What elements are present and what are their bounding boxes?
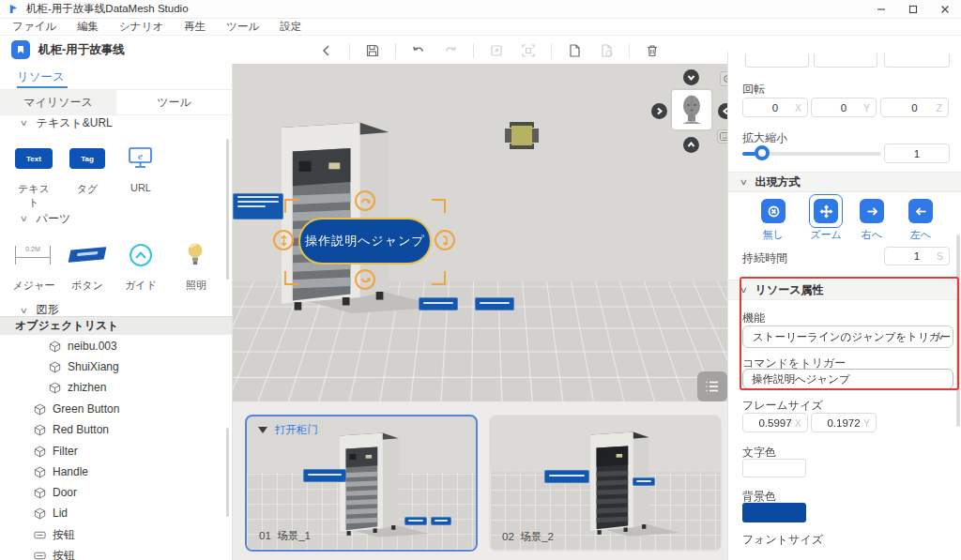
sidebar-scrollbar[interactable] bbox=[226, 139, 229, 280]
scale-value-field[interactable]: 1 bbox=[884, 144, 950, 163]
copy-button[interactable] bbox=[565, 41, 584, 60]
frame-size-y-field[interactable]: 0.1972Y bbox=[811, 413, 877, 432]
text-tool[interactable]: Text bbox=[15, 148, 53, 169]
scale-slider-thumb[interactable] bbox=[755, 145, 770, 160]
rotation-y-field[interactable]: 0Y bbox=[811, 98, 877, 117]
selection-bracket[interactable] bbox=[432, 199, 446, 213]
section-resource-attributes[interactable]: ∨ リソース属性 bbox=[728, 280, 961, 300]
menu-tools[interactable]: ツール bbox=[226, 20, 259, 34]
scene-thumbnail-1[interactable]: 打开柜门 01 场景_1 bbox=[245, 415, 478, 552]
duration-field[interactable]: 1 S bbox=[884, 247, 950, 265]
section-text-url[interactable]: ∨ テキスト&URL bbox=[0, 114, 232, 131]
frame-size-x-field[interactable]: 0.5997X bbox=[742, 413, 808, 432]
guide-tool[interactable] bbox=[130, 244, 152, 266]
jump-button-object[interactable]: 操作説明へジャンプ bbox=[298, 218, 432, 265]
scene-thumbnail-2[interactable]: 02 场景_2 bbox=[489, 415, 722, 552]
appearance-zoom-button[interactable] bbox=[814, 199, 838, 223]
menu-file[interactable]: ファイル bbox=[12, 20, 56, 34]
object-row[interactable]: 按钮 bbox=[0, 545, 232, 560]
position-y-field[interactable] bbox=[814, 53, 877, 68]
undo-button[interactable] bbox=[409, 41, 428, 60]
rotation-z-field[interactable]: 0Z bbox=[880, 98, 949, 117]
paste-button[interactable] bbox=[597, 41, 616, 60]
object-row[interactable]: Door bbox=[0, 482, 232, 503]
info-tag[interactable] bbox=[233, 193, 283, 219]
rotate-handle-right[interactable] bbox=[435, 230, 455, 250]
gizmo-rotate-left-button[interactable] bbox=[718, 103, 727, 119]
selection-bracket[interactable] bbox=[284, 271, 298, 285]
appearance-right-button[interactable] bbox=[860, 199, 884, 223]
gizmo-rotate-right-button[interactable] bbox=[651, 103, 667, 119]
button-tool[interactable] bbox=[69, 247, 107, 263]
menu-edit[interactable]: 編集 bbox=[77, 20, 99, 34]
frame-selection-button[interactable] bbox=[519, 41, 538, 60]
section-appearance[interactable]: ∨ 出現方式 bbox=[728, 172, 961, 192]
object-list-scrollbar[interactable] bbox=[226, 428, 229, 517]
light-tool[interactable] bbox=[186, 242, 205, 271]
view-target-icon[interactable] bbox=[720, 71, 727, 86]
gizmo-rotate-down-button[interactable] bbox=[683, 69, 699, 85]
scene-marker[interactable]: 打开柜门 bbox=[258, 423, 318, 437]
selection-bracket[interactable] bbox=[432, 271, 446, 285]
menu-settings[interactable]: 設定 bbox=[280, 20, 301, 34]
object-row[interactable]: Red Button bbox=[0, 419, 232, 440]
object-row[interactable]: Filter bbox=[0, 441, 232, 462]
section-shapes[interactable]: ∨ 図形 bbox=[0, 304, 232, 316]
cube-icon bbox=[49, 341, 61, 353]
selection-bracket[interactable] bbox=[284, 199, 298, 213]
subtab-my-resources[interactable]: マイリソース bbox=[0, 90, 116, 114]
object-row[interactable]: Green Button bbox=[0, 399, 232, 419]
rotate-handle-top[interactable] bbox=[355, 190, 375, 211]
close-button[interactable] bbox=[929, 0, 961, 19]
cube-icon bbox=[49, 361, 61, 373]
toolbar-separator bbox=[349, 43, 350, 58]
appearance-none-button[interactable] bbox=[761, 199, 786, 223]
rotate-handle-bottom[interactable] bbox=[355, 269, 375, 290]
maximize-button[interactable] bbox=[897, 0, 929, 19]
viewport-3d[interactable]: 操作説明へジャンプ bbox=[233, 64, 727, 401]
minimize-button[interactable] bbox=[865, 0, 897, 19]
menu-play[interactable]: 再生 bbox=[184, 20, 206, 34]
move-vertical-handle[interactable] bbox=[273, 230, 294, 250]
url-tool[interactable]: e bbox=[128, 146, 153, 174]
object-row[interactable]: Handle bbox=[0, 462, 232, 482]
back-button[interactable] bbox=[317, 41, 336, 60]
appearance-left-button[interactable] bbox=[908, 199, 933, 223]
position-z-field[interactable] bbox=[884, 53, 950, 68]
view-gizmo[interactable] bbox=[672, 90, 711, 129]
focus-object-button[interactable] bbox=[487, 41, 506, 60]
info-tag[interactable] bbox=[419, 297, 458, 310]
text-color-swatch[interactable] bbox=[742, 459, 806, 477]
object-row[interactable]: ShuiXiang bbox=[0, 356, 232, 377]
tab-resources[interactable]: リソース bbox=[17, 69, 65, 85]
object-row[interactable]: zhizhen bbox=[0, 377, 232, 398]
scene-list-button[interactable] bbox=[697, 371, 727, 401]
trigger-command-input[interactable]: 操作説明へジャンプ bbox=[742, 369, 953, 389]
chevron-down-icon: ∨ bbox=[20, 118, 28, 128]
object-row[interactable]: neibu.003 bbox=[0, 336, 232, 356]
cube-icon bbox=[34, 487, 46, 499]
section-parts[interactable]: ∨ パーツ bbox=[0, 210, 232, 227]
object-row[interactable]: 按钮 bbox=[0, 524, 232, 545]
redo-button[interactable] bbox=[441, 41, 460, 60]
inspector-scrollbar[interactable] bbox=[956, 235, 960, 427]
menu-scenario[interactable]: シナリオ bbox=[119, 20, 163, 34]
info-tag[interactable] bbox=[475, 297, 514, 310]
filter-model[interactable] bbox=[503, 120, 541, 151]
button-object-icon bbox=[34, 550, 46, 560]
measure-tool[interactable]: 0.2M bbox=[15, 246, 51, 265]
chevron-down-icon: ∨ bbox=[20, 306, 28, 315]
save-button[interactable] bbox=[363, 41, 382, 60]
tag-tool[interactable]: Tag bbox=[69, 148, 105, 169]
object-row[interactable]: Lid bbox=[0, 503, 232, 523]
gizmo-rotate-up-button[interactable] bbox=[683, 137, 699, 153]
delete-button[interactable] bbox=[643, 41, 662, 60]
cube-icon bbox=[49, 382, 61, 394]
info-tag bbox=[303, 469, 346, 482]
subtab-tools[interactable]: ツール bbox=[116, 90, 232, 114]
keyboard-shortcuts-icon[interactable] bbox=[717, 129, 727, 144]
rotation-x-field[interactable]: 0X bbox=[742, 98, 808, 117]
function-dropdown[interactable]: ストーリーラインのジャンプをトリガー ∨ bbox=[742, 325, 953, 348]
position-x-field[interactable] bbox=[745, 53, 809, 68]
bg-color-swatch[interactable] bbox=[742, 503, 806, 522]
